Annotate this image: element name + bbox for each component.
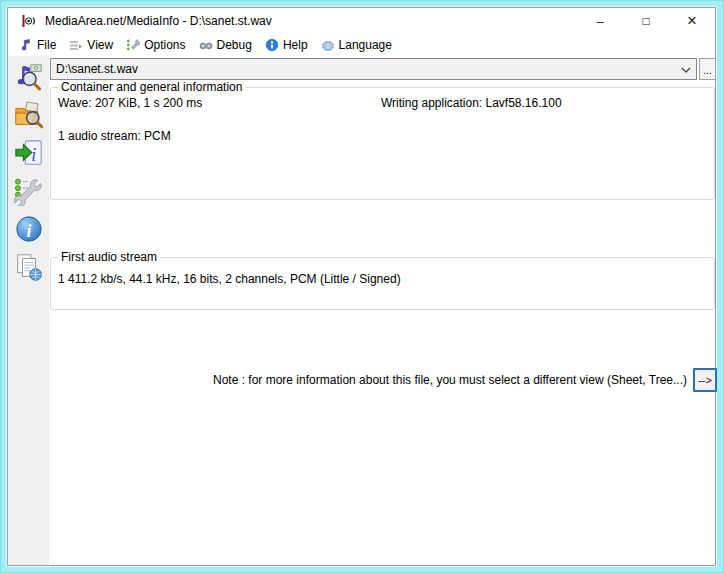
menu-language-label: Language (339, 38, 392, 52)
close-button[interactable]: × (669, 8, 715, 34)
menu-debug-label: Debug (217, 38, 252, 52)
view-list-icon (69, 38, 83, 52)
menu-file[interactable]: File (14, 36, 64, 54)
client-area: i (8, 56, 715, 565)
about-info-icon: i (14, 214, 44, 244)
general-writing-application: Writing application: Lavf58.16.100 (381, 96, 562, 110)
language-globe-icon (321, 38, 335, 52)
file-note-icon (19, 38, 33, 52)
maximize-button[interactable]: □ (623, 8, 669, 34)
file-combobox-value: D:\sanet.st.wav (56, 62, 138, 76)
help-info-icon (265, 38, 279, 52)
file-combobox[interactable]: D:\sanet.st.wav (50, 58, 697, 80)
toolbar-preferences-button[interactable] (12, 174, 46, 208)
desktop-frame: MediaArea.net/MediaInfo - D:\sanet.st.wa… (0, 0, 724, 573)
title-bar: MediaArea.net/MediaInfo - D:\sanet.st.wa… (8, 8, 715, 34)
menu-file-label: File (37, 38, 56, 52)
window: MediaArea.net/MediaInfo - D:\sanet.st.wa… (7, 7, 716, 566)
menu-language[interactable]: Language (316, 36, 400, 54)
menu-help[interactable]: Help (260, 36, 316, 54)
menu-options[interactable]: Options (121, 36, 193, 54)
chevron-down-icon[interactable] (680, 64, 692, 76)
toolbar-open-folder-button[interactable] (12, 98, 46, 132)
window-controls: – □ × (577, 8, 715, 34)
toolbar-web-button[interactable] (12, 250, 46, 284)
toolbar-open-file-button[interactable] (12, 60, 46, 94)
view-hint-note: Note : for more information about this f… (50, 368, 690, 392)
audio-stream-groupbox: First audio stream 1 411.2 kb/s, 44.1 kH… (50, 257, 715, 310)
menu-view-label: View (87, 38, 113, 52)
audio-stream-title: First audio stream (58, 250, 160, 264)
window-title: MediaArea.net/MediaInfo - D:\sanet.st.wa… (45, 14, 272, 28)
svg-text:i: i (26, 221, 31, 241)
sidebar-toolbar: i (8, 56, 49, 565)
next-view-button[interactable]: --> (693, 368, 717, 392)
browse-button[interactable]: ... (699, 58, 716, 80)
toolbar-export-info-button[interactable]: i (12, 136, 46, 170)
svg-text:i: i (31, 145, 36, 165)
menu-options-label: Options (144, 38, 185, 52)
minimize-button[interactable]: – (577, 8, 623, 34)
options-wrench-icon (126, 38, 140, 52)
general-stream-summary: 1 audio stream: PCM (58, 129, 171, 143)
menu-view[interactable]: View (64, 36, 121, 54)
export-info-icon: i (14, 138, 44, 168)
open-folder-icon (14, 100, 44, 130)
mediainfo-web-icon (14, 252, 44, 282)
open-file-icon (14, 62, 44, 92)
mediainfo-logo-icon (21, 13, 37, 29)
debug-binoculars-icon (199, 38, 213, 52)
general-format-size-duration: Wave: 207 KiB, 1 s 200 ms (58, 96, 202, 110)
toolbar-about-button[interactable]: i (12, 212, 46, 246)
audio-stream-details: 1 411.2 kb/s, 44.1 kHz, 16 bits, 2 chann… (58, 272, 401, 286)
general-info-groupbox: Container and general information Wave: … (50, 87, 715, 200)
menu-bar: File View Options (8, 34, 715, 56)
menu-help-label: Help (283, 38, 308, 52)
menu-debug[interactable]: Debug (194, 36, 260, 54)
preferences-wrench-icon (14, 176, 44, 206)
general-info-title: Container and general information (58, 80, 245, 94)
